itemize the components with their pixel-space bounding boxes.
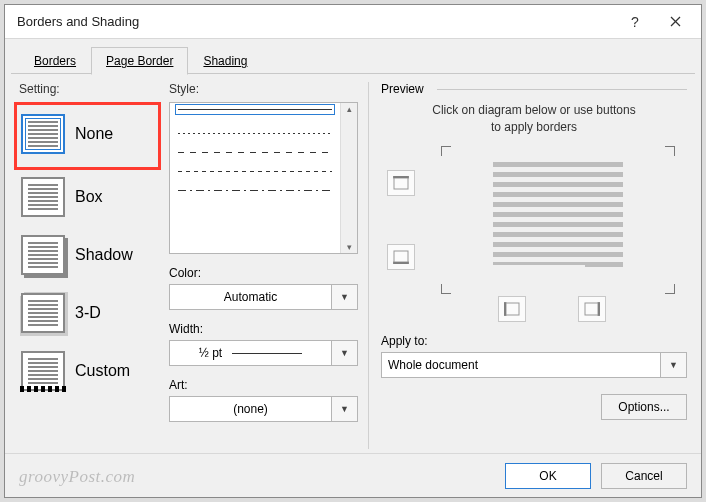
svg-rect-9 (598, 302, 600, 316)
setting-3d[interactable]: 3-D (19, 286, 161, 340)
apply-to-value: Whole document (381, 352, 661, 378)
titlebar: Borders and Shading ? (5, 5, 701, 39)
svg-rect-3 (393, 176, 409, 178)
preview-area (381, 146, 687, 294)
width-label: Width: (169, 322, 358, 336)
cancel-button[interactable]: Cancel (601, 463, 687, 489)
style-label: Style: (169, 82, 358, 96)
color-combo[interactable]: Automatic ▼ (169, 284, 358, 310)
style-scrollbar[interactable] (340, 103, 357, 253)
svg-rect-7 (504, 302, 506, 316)
style-column: Style: Color: Automatic ▼ Width: ½ pt (169, 82, 369, 449)
none-icon (21, 114, 65, 154)
setting-custom[interactable]: Custom (19, 344, 161, 398)
svg-rect-5 (393, 262, 409, 264)
preview-column: Preview Click on diagram below or use bu… (377, 82, 687, 449)
apply-to-label: Apply to: (381, 334, 687, 348)
ok-button[interactable]: OK (505, 463, 591, 489)
help-button[interactable]: ? (615, 8, 655, 36)
threeD-icon (21, 293, 65, 333)
none-highlight: None (14, 102, 161, 170)
style-lines (170, 103, 340, 253)
tab-page-border[interactable]: Page Border (91, 47, 188, 75)
width-value: ½ pt (169, 340, 332, 366)
preview-label: Preview (381, 82, 687, 96)
window-title: Borders and Shading (17, 14, 615, 29)
close-icon (670, 16, 681, 27)
setting-column: Setting: None Box Shadow 3-D (19, 82, 161, 449)
style-list[interactable] (169, 102, 358, 254)
borders-shading-dialog: Borders and Shading ? Borders Page Borde… (4, 4, 702, 498)
chevron-down-icon: ▼ (332, 396, 358, 422)
setting-shadow-label: Shadow (75, 246, 133, 264)
setting-none[interactable]: None (19, 107, 156, 161)
style-option-dash-long[interactable] (178, 152, 332, 153)
style-option-dash-dot[interactable] (178, 190, 332, 191)
color-label: Color: (169, 266, 358, 280)
shadow-icon (21, 235, 65, 275)
apply-to-combo[interactable]: Whole document ▼ (381, 352, 687, 378)
setting-box-label: Box (75, 188, 103, 206)
border-bottom-button[interactable] (387, 244, 415, 270)
svg-rect-2 (394, 177, 408, 189)
style-option-dash-short[interactable] (178, 171, 332, 172)
setting-3d-label: 3-D (75, 304, 101, 322)
svg-rect-8 (585, 303, 599, 315)
setting-none-label: None (75, 125, 113, 143)
edge-buttons-horizontal (417, 296, 687, 322)
svg-rect-4 (394, 251, 408, 263)
custom-icon (21, 351, 65, 391)
options-button[interactable]: Options... (601, 394, 687, 420)
border-right-button[interactable] (578, 296, 606, 322)
art-value: (none) (169, 396, 332, 422)
style-option-solid[interactable] (175, 104, 335, 115)
tab-shading[interactable]: Shading (188, 47, 262, 74)
close-button[interactable] (655, 8, 695, 36)
style-option-dotted[interactable] (178, 133, 332, 134)
svg-rect-6 (505, 303, 519, 315)
dialog-body: Setting: None Box Shadow 3-D (5, 74, 701, 453)
setting-label: Setting: (19, 82, 161, 96)
tab-strip: Borders Page Border Shading (5, 47, 701, 74)
document-icon (493, 162, 623, 270)
art-label: Art: (169, 378, 358, 392)
setting-custom-label: Custom (75, 362, 130, 380)
preview-message: Click on diagram below or use buttonsto … (381, 102, 687, 136)
box-icon (21, 177, 65, 217)
edge-buttons-vertical (381, 146, 421, 294)
border-top-button[interactable] (387, 170, 415, 196)
setting-shadow[interactable]: Shadow (19, 228, 161, 282)
width-combo[interactable]: ½ pt ▼ (169, 340, 358, 366)
color-value: Automatic (169, 284, 332, 310)
setting-box[interactable]: Box (19, 170, 161, 224)
chevron-down-icon: ▼ (332, 340, 358, 366)
preview-diagram[interactable] (429, 146, 687, 294)
art-combo[interactable]: (none) ▼ (169, 396, 358, 422)
border-left-button[interactable] (498, 296, 526, 322)
dialog-footer: OK Cancel (5, 453, 701, 497)
tab-borders[interactable]: Borders (19, 47, 91, 74)
chevron-down-icon: ▼ (332, 284, 358, 310)
chevron-down-icon: ▼ (661, 352, 687, 378)
